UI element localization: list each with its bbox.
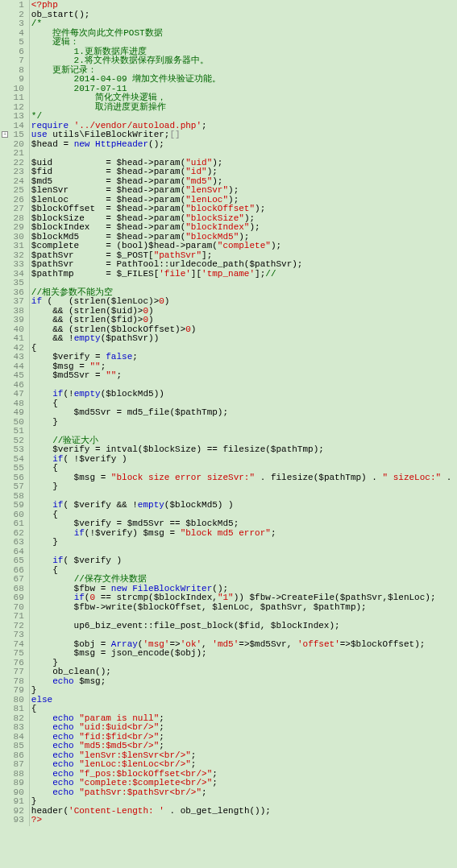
code-line[interactable]: 取消进度更新操作 [31,103,455,113]
line-number: 81 [2,705,24,714]
code-line[interactable]: if( $verify && !empty($blockMd5) ) [31,501,455,510]
line-number: 27 [2,205,24,214]
code-line[interactable]: $fid = $head->param("id"); [31,167,455,177]
code-line[interactable]: if ( (strlen($lenLoc)>0) [31,297,455,307]
line-number: 65 [2,556,24,566]
line-number: + 15 [2,130,24,140]
line-number-gutter: 1234567891011121314+ 1520212223242526272… [0,0,30,826]
line-number: 3 [2,19,24,29]
code-line[interactable]: } [31,686,455,696]
line-number: 49 [2,408,24,418]
line-number: 89 [2,779,24,788]
line-number: 73 [2,630,24,640]
code-line[interactable]: } [31,538,455,548]
line-number: 51 [2,427,24,436]
code-line[interactable]: $msg = json_encode($obj); [31,649,455,659]
code-line[interactable]: $pathTmp = $_FILES['file']['tmp_name'];/… [31,270,455,279]
code-line[interactable]: echo "pathSvr:$pathSvr<br/>"; [31,788,455,798]
line-number: 21 [2,149,24,159]
code-line[interactable]: $md5Svr = md5_file($pathTmp); [31,408,455,418]
line-number: 69 [2,593,24,603]
fold-icon[interactable]: + [2,131,8,138]
code-line[interactable]: ?> [31,816,455,825]
code-line[interactable]: $head = new HttpHeader(); [31,140,455,150]
line-number: 33 [2,260,24,270]
line-number: 83 [2,723,24,733]
code-line[interactable]: header('Content-Length: ' . ob_get_lengt… [31,807,455,816]
line-number: 1 [2,1,24,10]
code-line[interactable]: $blockIndex = $head->param("blockIndex")… [31,223,455,233]
line-number: 37 [2,297,24,307]
line-number: 63 [2,538,24,548]
code-line[interactable]: && !empty($pathSvr)) [31,334,455,344]
line-number: 13 [2,112,24,122]
line-number: 5 [2,38,24,48]
line-number: 9 [2,75,24,85]
code-line[interactable]: if(0 == strcmp($blockIndex,"1")) $fbw->C… [31,593,455,603]
code-line[interactable]: $md5Svr = ""; [31,371,455,381]
code-line[interactable]: ob_clean(); [31,668,455,677]
line-number: 87 [2,760,24,770]
line-number: 23 [2,167,24,177]
code-line[interactable]: //保存文件块数据 [31,575,455,585]
code-editor[interactable]: 1234567891011121314+ 1520212223242526272… [0,0,457,826]
line-number: 39 [2,316,24,325]
line-number: 93 [2,816,24,825]
code-line[interactable]: if( !$verify ) [31,455,455,465]
code-line[interactable]: $verify = intval($blockSize) == filesize… [31,445,455,455]
line-number: 29 [2,223,24,233]
line-number: 67 [2,575,24,585]
line-number: 35 [2,279,24,288]
code-line[interactable] [31,612,455,622]
line-number: 11 [2,93,24,103]
code-line[interactable] [31,149,455,159]
line-number: 7 [2,56,24,66]
line-number: 59 [2,501,24,510]
line-number: 61 [2,519,24,529]
line-number: 43 [2,353,24,362]
line-number: 91 [2,797,24,807]
line-number: 31 [2,242,24,251]
line-number: 41 [2,334,24,344]
line-number: 25 [2,186,24,196]
line-number: 55 [2,464,24,473]
line-number: 45 [2,371,24,381]
code-line[interactable]: if( $verify ) [31,556,455,566]
line-number: 57 [2,482,24,492]
code-area[interactable]: <?phpob_start();/* 控件每次向此文件POST数据 逻辑： 1.… [30,0,457,826]
code-line[interactable]: $complete = (bool)$head->param("complete… [31,242,455,251]
code-line[interactable]: $lenSvr = $head->param("lenSvr"); [31,186,455,196]
code-line[interactable]: else [31,696,455,705]
code-line[interactable]: && (strlen($fid)>0) [31,316,455,325]
code-line[interactable]: <?php [31,1,455,10]
line-number: 53 [2,445,24,455]
code-line[interactable]: up6_biz_event::file_post_block($fid, $bl… [31,622,455,631]
line-number: 77 [2,668,24,677]
code-line[interactable] [31,630,455,640]
code-line[interactable]: } [31,418,455,428]
code-line[interactable]: } [31,482,455,492]
code-line[interactable]: if(!empty($blockMd5)) [31,390,455,399]
code-line[interactable]: ob_start(); [31,10,455,20]
line-number: 71 [2,612,24,622]
line-number: 75 [2,649,24,659]
line-number: 79 [2,686,24,696]
code-line[interactable]: 控件每次向此文件POST数据 [31,29,455,39]
code-line[interactable]: $fbw->write($blockOffset, $lenLoc, $path… [31,603,455,613]
code-line[interactable]: $msg = "block size error sizeSvr:" . fil… [31,473,455,483]
code-line[interactable]: if(!$verify) $msg = "block md5 error"; [31,529,455,539]
line-number: 85 [2,742,24,751]
line-number: 47 [2,390,24,399]
code-line[interactable]: echo $msg; [31,677,455,687]
